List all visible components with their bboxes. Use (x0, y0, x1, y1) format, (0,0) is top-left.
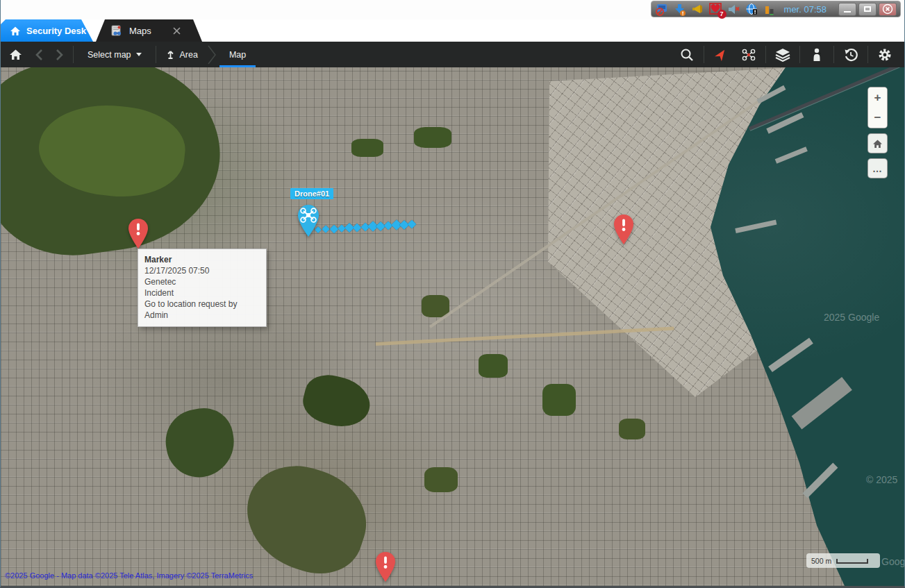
breadcrumb-area-label: Area (180, 50, 198, 60)
map-park (479, 354, 508, 378)
map-park (619, 419, 645, 439)
toolbar-divider (765, 46, 766, 63)
clock: mer. 07:58 (784, 4, 827, 15)
tab-bar: Security Desk Maps (1, 19, 904, 42)
maps-tab-icon (111, 25, 123, 36)
toolbar-divider (833, 46, 834, 63)
drone-label[interactable]: Drone#01 (290, 188, 333, 199)
tooltip-category: Incident (144, 287, 260, 299)
select-map-button[interactable]: Select map (76, 42, 153, 67)
marker-tooltip: Marker 12/17/2025 07:50 Genetec Incident… (138, 249, 267, 327)
drone-trail-point (408, 220, 417, 229)
layers-button[interactable] (769, 42, 797, 67)
drone-trail-point (329, 224, 338, 233)
street-view-person-icon (811, 48, 823, 62)
street-view-button[interactable] (803, 42, 831, 67)
tab-close-icon[interactable] (173, 27, 181, 35)
toolbar-divider (799, 46, 800, 63)
layers-icon (775, 48, 790, 62)
toolbar-divider (704, 46, 704, 63)
tab-maps[interactable]: Maps (96, 19, 202, 42)
history-button[interactable] (837, 42, 865, 67)
tooltip-description: Go to location request by Admin (144, 299, 260, 321)
map-copyright: ©2025 Google - Map data ©2025 Tele Atlas… (5, 571, 253, 580)
zoom-in-button[interactable]: + (868, 87, 887, 108)
home-icon (872, 139, 883, 149)
map-park (424, 467, 458, 492)
toolbar-divider (156, 46, 156, 63)
tooltip-title: Marker (144, 254, 260, 265)
remote-session-icon[interactable] (655, 3, 668, 16)
home-icon (10, 26, 21, 36)
map-controls: + − … (867, 87, 888, 178)
breadcrumb-map-label: Map (229, 50, 246, 60)
scalebar-label: 500 m (811, 557, 831, 565)
drone-trail-point (322, 226, 330, 233)
toolbar-divider (867, 46, 868, 63)
drone-panel-button[interactable] (735, 42, 763, 67)
select-map-label: Select map (88, 50, 131, 60)
map-park (160, 403, 240, 482)
google-watermark: 2025 Google (824, 312, 879, 323)
navigation-arrow-icon (714, 48, 728, 62)
incident-marker-pin[interactable] (612, 215, 636, 245)
window-buttons (838, 3, 897, 16)
gear-icon (878, 48, 892, 62)
map-park (299, 369, 375, 432)
breadcrumb-map-active[interactable]: Map (219, 42, 256, 67)
home-view-button[interactable] (1, 42, 28, 67)
map-hills (233, 453, 379, 586)
minimize-button[interactable] (838, 3, 856, 16)
map-scalebar: 500 m (806, 553, 880, 568)
map-park (542, 384, 576, 416)
drone-trail-point (353, 223, 362, 232)
toolbar-divider (73, 46, 74, 63)
zoom-out-button[interactable]: − (868, 108, 887, 128)
titlebar: 7 mer. 07:58 (1, 0, 904, 19)
tooltip-timestamp: 12/17/2025 07:50 (144, 265, 260, 276)
google-watermark: Goog (881, 556, 904, 567)
download-alert-icon[interactable] (673, 3, 686, 16)
map-toolbar: Select map Area Map (1, 42, 904, 67)
map-more-button[interactable]: … (867, 158, 888, 178)
resource-usage-icon[interactable] (763, 3, 777, 16)
chevron-down-icon (136, 53, 142, 56)
up-one-level-icon (165, 49, 175, 60)
breadcrumb-separator (207, 42, 217, 67)
maximize-button[interactable] (858, 3, 877, 16)
map-canvas[interactable]: 2025 Google© 2025Goog ©2025 Google - Map… (1, 67, 904, 586)
history-clock-icon (844, 48, 858, 62)
search-button[interactable] (673, 42, 701, 67)
breadcrumb-area[interactable]: Area (159, 42, 204, 67)
security-desk-window: 7 mer. 07:58 Security De (0, 0, 905, 588)
chevron-right-icon (56, 49, 64, 61)
home-icon (9, 49, 22, 60)
network-status-icon[interactable] (745, 3, 758, 16)
incident-marker-pin[interactable] (374, 552, 397, 582)
audio-muted-icon[interactable] (727, 3, 740, 16)
announcement-icon[interactable] (691, 3, 704, 16)
search-icon (680, 48, 694, 62)
tooltip-source: Genetec (144, 276, 260, 287)
drone-icon (741, 48, 756, 62)
close-window-button[interactable] (879, 3, 897, 16)
settings-button[interactable] (871, 42, 899, 67)
map-park (351, 139, 383, 157)
close-circle-icon (882, 3, 893, 15)
scalebar-rule (836, 559, 868, 564)
map-park (414, 127, 451, 148)
health-badge: 7 (717, 10, 727, 19)
incident-marker-pin[interactable] (126, 219, 150, 249)
chevron-left-icon (35, 49, 43, 61)
tab-security-desk[interactable]: Security Desk (1, 19, 93, 42)
zoom-control-group: + − (867, 87, 888, 128)
health-events-icon[interactable]: 7 (709, 3, 722, 16)
tracking-button[interactable] (707, 42, 735, 67)
tab-maps-label: Maps (129, 26, 151, 36)
drone-pin[interactable] (295, 204, 322, 237)
back-button[interactable] (28, 42, 49, 67)
map-home-button[interactable] (867, 133, 888, 153)
forward-button[interactable] (49, 42, 70, 67)
tab-security-desk-label: Security Desk (26, 26, 86, 36)
system-tray: 7 mer. 07:58 (651, 1, 901, 17)
